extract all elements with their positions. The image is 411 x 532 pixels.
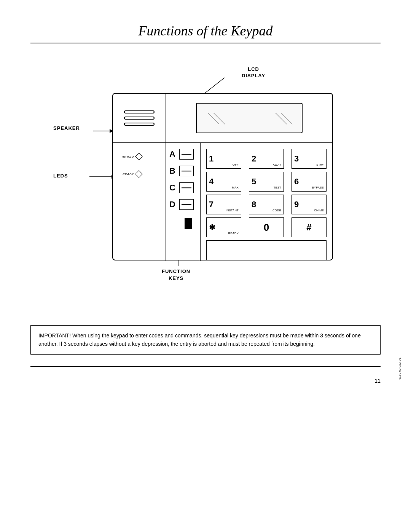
lcd-screen <box>196 103 303 133</box>
led-ready-indicator <box>135 170 143 178</box>
key-1-main: 1 <box>209 155 213 163</box>
svg-line-9 <box>213 113 225 125</box>
numpad-section: 1 OFF 2 AWAY 3 STAY <box>201 143 332 261</box>
display-area <box>166 94 332 142</box>
key-0-main: 0 <box>264 222 269 232</box>
numpad-row-1: 1 OFF 2 AWAY 3 STAY <box>206 149 327 169</box>
key-5-sub: TEST <box>274 186 281 189</box>
func-key-row-a: A <box>169 149 197 160</box>
key-2[interactable]: 2 AWAY <box>249 149 284 169</box>
key-7-sub: INSTANT <box>226 209 239 212</box>
key-6-sub: BYPASS <box>312 186 324 189</box>
key-2-sub: AWAY <box>273 163 281 166</box>
key-9[interactable]: 9 CHIME <box>292 195 327 214</box>
key-9-sub: CHIME <box>314 209 324 212</box>
svg-line-11 <box>281 113 293 125</box>
func-key-b-button[interactable] <box>179 166 194 176</box>
key-0[interactable]: 0 <box>249 217 284 237</box>
key-2-main: 2 <box>252 155 256 163</box>
key-5-main: 5 <box>252 177 256 186</box>
speaker-area <box>113 94 166 142</box>
key-4[interactable]: 4 MAX <box>206 172 241 192</box>
key-1-sub: OFF <box>233 163 239 166</box>
keypad-top <box>113 94 332 143</box>
led-ready-label: READY <box>117 173 134 176</box>
speaker-line-3 <box>124 123 155 126</box>
key-1[interactable]: 1 OFF <box>206 149 241 169</box>
key-8-sub: CODE <box>272 209 281 212</box>
lcd-diagonal-svg <box>197 104 302 133</box>
func-key-a-label: A <box>169 149 177 159</box>
func-key-d-label: D <box>169 200 177 209</box>
led-row-ready: READY <box>113 168 166 180</box>
numpad-row-3: 7 INSTANT 8 CODE 9 CHIME <box>206 195 327 214</box>
label-lcd-display: LCDDISPLAY <box>242 66 265 79</box>
led-armed-label: ARMED <box>117 155 134 158</box>
label-function-keys: FUNCTIONKEYS <box>162 268 190 282</box>
numpad-row-4: ✱ READY 0 # <box>206 217 327 237</box>
led-armed-indicator <box>135 153 143 160</box>
key-4-sub: MAX <box>232 186 239 189</box>
function-keys-section: A B C <box>166 143 201 261</box>
key-5[interactable]: 5 TEST <box>249 172 284 192</box>
func-key-c-label: C <box>169 183 177 193</box>
key-4-main: 4 <box>209 177 213 186</box>
label-speaker: SPEAKER <box>53 125 80 131</box>
speaker-line-2 <box>124 117 155 120</box>
bottom-rule-bottom <box>30 370 381 370</box>
speaker-line-1 <box>124 110 155 113</box>
func-key-d-button[interactable] <box>179 199 194 210</box>
key-7-main: 7 <box>209 200 213 209</box>
key-8-main: 8 <box>252 200 256 209</box>
svg-line-10 <box>276 113 287 125</box>
page-container: Functions of the Keypad LCDDISPLAY SPEAK… <box>0 0 411 532</box>
func-key-b-label: B <box>169 166 177 176</box>
key-9-main: 9 <box>294 200 299 209</box>
led-section: ARMED READY <box>113 143 166 261</box>
key-3-sub: STAY <box>316 163 324 166</box>
key-3[interactable]: 3 STAY <box>292 149 327 169</box>
func-key-b-dash <box>182 171 191 171</box>
func-key-row-b: B <box>169 166 197 176</box>
func-key-d-dash <box>182 204 191 205</box>
key-star-main: ✱ <box>209 224 215 231</box>
key-8[interactable]: 8 CODE <box>249 195 284 214</box>
key-star-sub: READY <box>228 232 239 235</box>
notice-box: IMPORTANT! When using the keypad to ente… <box>30 325 381 355</box>
numpad-row-2: 4 MAX 5 TEST 6 BYPASS <box>206 172 327 192</box>
label-leds: LEDS <box>53 173 68 179</box>
func-key-row-d: D <box>169 199 197 210</box>
page-number: 11 <box>30 378 381 384</box>
key-hash-main: # <box>306 223 311 232</box>
led-row-armed: ARMED <box>113 151 166 162</box>
numpad-row-5 <box>206 240 327 260</box>
func-key-c-dash <box>182 187 191 188</box>
keypad: ARMED READY A <box>112 93 333 260</box>
key-star[interactable]: ✱ READY <box>206 217 241 237</box>
key-hash[interactable]: # <box>292 217 327 237</box>
notice-text: IMPORTANT! When using the keypad to ente… <box>38 332 361 347</box>
bottom-rule-top <box>30 366 381 367</box>
key-3-main: 3 <box>294 155 299 163</box>
func-key-a-button[interactable] <box>179 149 194 160</box>
diagram-area: LCDDISPLAY SPEAKER LEDS FUNCTIONKEYS <box>30 55 381 314</box>
key-6[interactable]: 6 BYPASS <box>292 172 327 192</box>
key-6-main: 6 <box>294 177 299 186</box>
keypad-bottom: ARMED READY A <box>113 143 332 261</box>
func-key-a-dash <box>182 154 191 155</box>
page-title: Functions of the Keypad <box>30 23 381 39</box>
key-7[interactable]: 7 INSTANT <box>206 195 241 214</box>
svg-line-8 <box>208 113 220 125</box>
func-key-black-bar <box>185 218 192 229</box>
title-underline <box>30 43 381 43</box>
key-blank <box>206 240 327 260</box>
func-key-c-button[interactable] <box>179 182 194 193</box>
side-ref: 6160-00-032-V1 <box>398 358 401 380</box>
func-key-row-c: C <box>169 182 197 193</box>
